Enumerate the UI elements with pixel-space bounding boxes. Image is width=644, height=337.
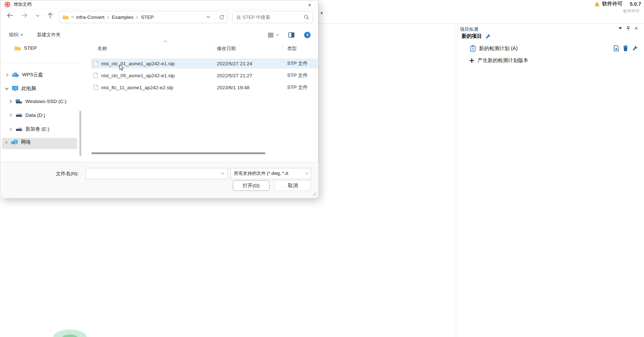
network-icon — [11, 139, 18, 145]
file-icon — [94, 73, 98, 78]
refresh-icon[interactable] — [219, 15, 224, 20]
filename-input[interactable] — [89, 171, 221, 176]
breadcrumb-segment[interactable]: Examples — [112, 15, 133, 20]
sidebar-item-network[interactable]: 网络 — [5, 139, 31, 145]
preview-pane-icon[interactable] — [288, 32, 294, 38]
dialog-titlebar[interactable]: 增加文档 — [0, 0, 318, 9]
back-icon[interactable] — [7, 13, 13, 18]
project-title-row: 新的项目 — [462, 33, 491, 40]
collapse-left-icon[interactable] — [320, 11, 323, 15]
search-input[interactable] — [236, 15, 304, 20]
filetype-select[interactable]: 所有支持的文件 (*.dwg, *.d: — [231, 168, 311, 179]
organize-menu[interactable]: 组织 — [9, 32, 23, 38]
file-row[interactable]: nist_ftc_11_asme1_ap242-e2.stp 2023/6/1 … — [91, 82, 318, 93]
drive-icon — [15, 113, 22, 118]
cloud-icon — [12, 72, 19, 77]
right-panel-divider-inner — [457, 23, 458, 337]
column-header-name[interactable]: 名称 — [98, 45, 107, 52]
add-plan-version-item[interactable]: 产生新的检测计划版本 — [469, 57, 528, 64]
panel-header-controls: × — [619, 26, 638, 30]
chevron-down-icon — [221, 172, 224, 175]
breadcrumb-segment[interactable]: infra-Convert — [76, 15, 104, 20]
breadcrumb-chevron-icon[interactable] — [71, 16, 74, 18]
add-plan-version-label: 产生新的检测计划版本 — [478, 57, 528, 64]
organize-label: 组织 — [9, 32, 18, 38]
folder-icon — [14, 45, 21, 51]
column-header-date[interactable]: 修改日期 — [217, 45, 236, 52]
open-button[interactable]: 打开(O) — [233, 180, 269, 191]
sidebar-item-new-volume-e[interactable]: 新加卷 (E:) — [9, 126, 49, 132]
sidebar-item-data-d[interactable]: Data (D:) — [9, 112, 45, 118]
column-header-type[interactable]: 类型 — [287, 45, 297, 52]
warning-icon — [594, 1, 600, 7]
sidebar-item-step[interactable]: STEP — [14, 45, 37, 51]
help-icon[interactable]: ? — [304, 32, 311, 38]
sidebar-item-label: STEP — [24, 45, 37, 51]
file-row[interactable]: nist_ctc_05_asme1_ap242-e1.stp 2022/5/27… — [91, 70, 318, 81]
mouse-cursor — [119, 64, 124, 71]
resize-grip[interactable] — [313, 192, 316, 196]
click-highlight-indicator — [53, 329, 87, 337]
file-date: 2023/6/1 19:48 — [217, 85, 249, 90]
filename-label: 文件名(N): — [56, 170, 79, 177]
view-mode-menu[interactable] — [268, 33, 279, 37]
file-icon — [94, 61, 98, 66]
file-list-header: 名称 修改日期 类型 — [91, 44, 318, 53]
drive-icon — [15, 127, 22, 132]
sidebar-item-label: 新加卷 (E:) — [25, 126, 49, 132]
breadcrumb-separator: › — [107, 14, 110, 20]
chevron-right-icon — [9, 99, 12, 103]
right-panel-divider[interactable] — [455, 23, 455, 337]
sidebar-item-wps-cloud[interactable]: WPS云盘 — [5, 71, 43, 78]
sidebar-divider — [3, 63, 78, 63]
plan-settings-wrench-icon[interactable] — [632, 45, 638, 51]
forward-icon[interactable] — [21, 13, 28, 18]
app-window: 软件许可 5.0.7 软件许可: 项目拓展 × 新的项目 新的检测计划 (A) — [0, 0, 644, 337]
panel-close-icon[interactable]: × — [635, 26, 638, 30]
sidebar-scrollbar[interactable] — [79, 111, 81, 156]
main-area-top-border — [319, 23, 644, 24]
navigation-bar: infra-Convert › Examples › STEP — [0, 10, 319, 25]
sort-ascending-icon — [164, 40, 167, 42]
inspection-plan-item[interactable]: 新的检测计划 (A) — [470, 45, 518, 52]
address-dropdown-chevron-icon[interactable] — [206, 16, 210, 19]
chevron-down-icon — [5, 87, 9, 90]
panel-dropdown-icon[interactable] — [619, 27, 622, 29]
sidebar-item-label: Windows-SSD (C:) — [25, 99, 66, 104]
license-status[interactable]: 软件许可 5.0.7 — [594, 1, 641, 7]
inspection-plan-actions — [614, 45, 638, 52]
sidebar-item-label: 网络 — [21, 139, 31, 145]
file-type: STP 文件 — [287, 72, 308, 79]
file-list-horizontal-scrollbar[interactable] — [91, 152, 265, 154]
new-folder-button[interactable]: 新建文件夹 — [37, 32, 61, 38]
delete-trash-icon[interactable] — [623, 45, 628, 52]
sidebar-item-this-pc[interactable]: 此电脑 — [5, 85, 36, 92]
column-divider[interactable] — [211, 45, 211, 52]
breadcrumb[interactable]: infra-Convert › Examples › STEP — [59, 11, 228, 23]
search-field[interactable] — [232, 11, 313, 23]
up-icon[interactable] — [48, 13, 53, 19]
sidebar-item-label: 此电脑 — [21, 85, 36, 92]
inspection-plan-label: 新的检测计划 (A) — [479, 45, 518, 52]
file-row[interactable]: nist_ctc_01_asme1_ap242-e1.stp 2022/5/27… — [91, 58, 318, 69]
chevron-right-icon — [5, 73, 9, 77]
project-title: 新的项目 — [462, 33, 482, 40]
dialog-sidebar: STEP WPS云盘 此电脑 — [0, 42, 82, 161]
license-label: 软件许可 — [602, 1, 623, 7]
recent-locations-chevron-icon[interactable] — [36, 15, 40, 17]
filename-combobox[interactable] — [86, 168, 228, 179]
add-document-dialog: 增加文档 × infra-C — [0, 0, 318, 198]
project-settings-wrench-icon[interactable] — [485, 34, 491, 39]
file-name: nist_ctc_05_asme1_ap242-e1.stp — [101, 73, 175, 78]
inspection-plan-icon — [470, 45, 476, 52]
pin-icon[interactable] — [627, 26, 630, 30]
file-date: 2022/5/27 21:27 — [217, 73, 252, 78]
cancel-button[interactable]: 取消 — [274, 180, 311, 191]
new-document-icon[interactable] — [614, 45, 619, 52]
dialog-footer: 文件名(N): 所有支持的文件 (*.dwg, *.d: 打开(O) 取消 — [1, 162, 318, 198]
dialog-close-button[interactable]: × — [301, 0, 319, 9]
column-divider[interactable] — [282, 45, 283, 52]
search-icon[interactable] — [304, 15, 309, 20]
breadcrumb-segment[interactable]: STEP — [141, 15, 154, 20]
sidebar-item-windows-ssd-c[interactable]: Windows-SSD (C:) — [9, 99, 66, 104]
